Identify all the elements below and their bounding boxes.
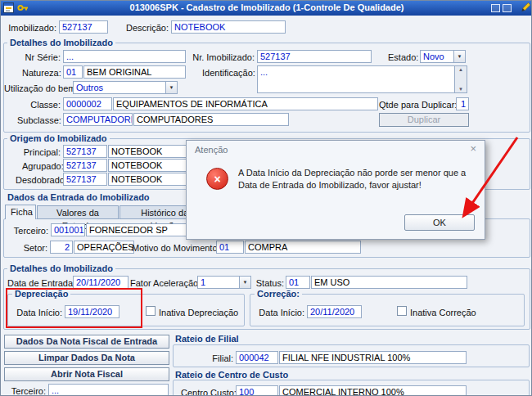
fator-aceleracao-label: Fator Aceleração:	[130, 278, 196, 288]
status-label: Status:	[255, 278, 284, 288]
filial-code-field[interactable]: 000042	[236, 351, 278, 364]
natureza-desc-field: BEM ORIGINAL	[83, 65, 186, 79]
limpar-dados-nota-button[interactable]: Limpar Dados Da Nota	[4, 351, 169, 365]
setor-code-field[interactable]: 2	[50, 241, 73, 254]
chevron-down-icon[interactable]: ▼	[239, 277, 250, 288]
duplicar-button[interactable]: Duplicar	[379, 113, 469, 127]
principal-code-field[interactable]: 527137	[63, 145, 107, 158]
estado-value: Novo	[423, 52, 444, 61]
entrada-section-title: Dados da Entrada do Imobilizado	[7, 192, 150, 202]
fator-aceleracao-select[interactable]: 1 ▼	[197, 276, 251, 289]
centro-custo-code-field[interactable]: 100	[236, 385, 278, 396]
rateio-centro-custo-title: Rateio de Centro de Custo	[175, 370, 288, 380]
classe-label: Classe:	[30, 100, 61, 110]
classe-desc-field: EQUIPAMENTOS DE INFORMÁTICA	[113, 97, 378, 110]
principal-label: Principal:	[22, 147, 61, 157]
tab-valores-da-entrada[interactable]: Valores da Entrada	[37, 205, 119, 219]
filial-label: Filial:	[205, 353, 233, 363]
desdobrado-code-field[interactable]: 527137	[63, 173, 107, 186]
subclasse-desc-field: COMPUTADORES	[133, 113, 289, 126]
centro-custo-desc-field: COMERCIAL INTERNO 100%	[279, 385, 467, 396]
subclasse-code-field[interactable]: COMPUTADORES	[63, 113, 133, 126]
fator-aceleracao-value: 1	[201, 277, 205, 287]
centro-custo-label: Centro Custo:	[181, 388, 233, 396]
maximize-button[interactable]	[503, 4, 512, 12]
chevron-down-icon[interactable]: ▼	[453, 51, 465, 62]
setor-label: Setor:	[20, 243, 47, 253]
error-cross-glyph: ×	[214, 173, 220, 186]
titlebar: 013006SPK - Cadastro de Imobilizado (1-C…	[1, 1, 532, 16]
minimize-button[interactable]	[491, 4, 500, 12]
correcao-data-inicio-field[interactable]: 20/11/2020	[307, 305, 362, 318]
descricao-field[interactable]: NOTEBOOK	[171, 20, 286, 34]
atencao-dialog: Atenção × × A Data Início da Depreciação…	[186, 140, 485, 240]
depreciacao-data-inicio-label: Data Início:	[16, 308, 62, 317]
imobilizado-field[interactable]: 527137	[59, 20, 108, 34]
estado-select[interactable]: Novo ▼	[420, 50, 466, 63]
imobilizado-label: Imobilizado:	[6, 23, 56, 33]
origem-group-title: Origem do Imobilizado	[7, 133, 110, 143]
filial-desc-field: FILIAL NFE INDUSTRIAL 100%	[279, 351, 467, 364]
natureza-code-field[interactable]: 01	[63, 65, 83, 79]
subclasse-label: Subclasse:	[17, 115, 61, 125]
data-entrada-label: Data de Entrada:	[7, 278, 71, 288]
qtde-duplicar-label: Qtde para Duplicar:	[379, 100, 454, 110]
inativa-correcao-label: Inativa Correção	[410, 308, 476, 317]
inativa-depreciacao-label: Inativa Depreciação	[159, 308, 238, 317]
abrir-nota-fiscal-button[interactable]: Abrir Nota Fiscal	[4, 367, 169, 381]
chevron-down-icon[interactable]: ▼	[165, 82, 177, 93]
tab-ficha[interactable]: Ficha	[5, 205, 36, 219]
terceiro-code-field[interactable]: 001001	[51, 223, 85, 236]
depreciacao-data-inicio-field[interactable]: 19/11/2020	[65, 305, 119, 318]
nr-imobilizado-label: Nr. Imobilizado:	[192, 52, 255, 62]
utilizacao-label: Utilização do bem:	[4, 83, 71, 93]
utilizacao-select[interactable]: Outros ▼	[73, 81, 178, 94]
agrupado-code-field[interactable]: 527137	[63, 159, 107, 172]
data-entrada-field[interactable]: 20/11/2020	[73, 276, 128, 289]
status-desc-field: EM USO	[311, 276, 467, 289]
nr-serie-field[interactable]: ...	[63, 50, 186, 63]
detalhes2-group-title: Detalhes do Imobilizado	[7, 263, 115, 273]
identificacao-scrollbar[interactable]: ▲ ▼	[454, 66, 467, 92]
motivo-desc-field: COMPRA	[245, 241, 361, 254]
agrupado-label: Agrupado:	[22, 161, 61, 171]
nr-imobilizado-field[interactable]: 527137	[257, 50, 372, 63]
estado-label: Estado:	[388, 52, 418, 62]
ok-button[interactable]: OK	[404, 214, 475, 231]
dialog-title: Atenção	[195, 145, 228, 155]
app-window: 013006SPK - Cadastro de Imobilizado (1-C…	[0, 0, 532, 396]
scroll-down-icon[interactable]: ▼	[458, 87, 463, 92]
nota-terceiro-field[interactable]: ...	[48, 384, 169, 396]
status-code-field[interactable]: 01	[286, 276, 310, 289]
setor-desc-field: OPERAÇÕES	[74, 241, 134, 254]
terceiro-label: Terceiro:	[12, 226, 48, 236]
utilizacao-value: Outros	[76, 83, 103, 92]
correcao-data-inicio-label: Data Início:	[258, 308, 304, 317]
dados-nota-fiscal-button[interactable]: Dados Da Nota Fiscal de Entrada	[4, 335, 169, 349]
nota-terceiro-label: Terceiro:	[9, 386, 46, 396]
identificacao-label: Identificação:	[202, 68, 255, 78]
identificacao-field[interactable]: ...	[257, 65, 467, 93]
desdobrado-label: Desdobrado:	[16, 175, 61, 185]
motivo-movimento-label: Motivo do Movimento:	[132, 243, 214, 253]
window-title: 013006SPK - Cadastro de Imobilizado (1-C…	[1, 2, 532, 12]
rateio-filial-title: Rateio de Filial	[175, 334, 239, 344]
pencil-icon	[519, 2, 530, 13]
error-icon: ×	[206, 168, 228, 190]
qtde-duplicar-field[interactable]: 1	[456, 97, 469, 110]
classe-code-field[interactable]: 0000002	[63, 97, 112, 110]
natureza-label: Natureza:	[22, 68, 61, 78]
correcao-group-title: Correção:	[255, 289, 302, 299]
close-icon[interactable]: ×	[470, 143, 476, 154]
motivo-code-field[interactable]: 01	[216, 241, 244, 254]
scroll-up-icon[interactable]: ▲	[458, 67, 463, 72]
detalhes-group-title: Detalhes do Imobilizado	[7, 38, 115, 47]
terceiro-desc-field: FORNECEDOR SP	[86, 223, 195, 236]
nr-serie-label: Nr Série:	[22, 52, 61, 62]
inativa-correcao-checkbox[interactable]	[397, 306, 407, 316]
inativa-depreciacao-checkbox[interactable]	[146, 306, 156, 316]
dialog-message: A Data Início da Depreciação não porde s…	[238, 167, 474, 191]
descricao-label: Descrição:	[125, 23, 169, 33]
depreciacao-group-title: Depreciação	[12, 289, 70, 299]
